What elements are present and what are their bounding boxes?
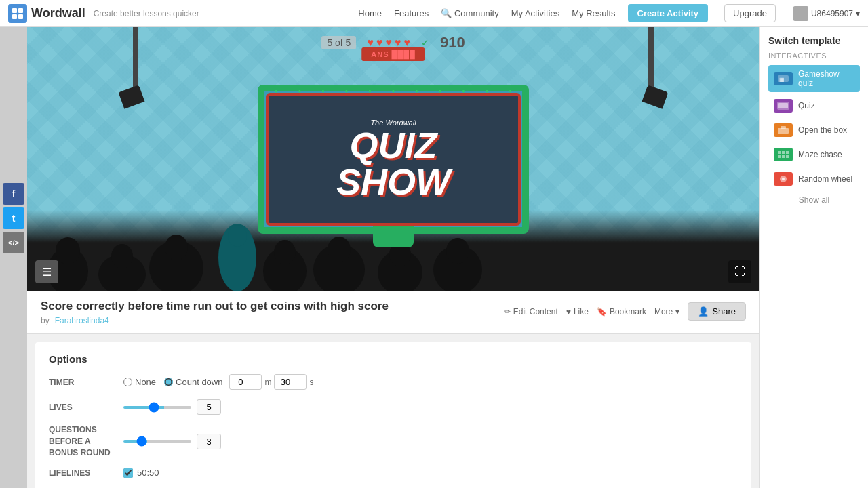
questions-label: QUESTIONS BEFORE A BONUS ROUND bbox=[49, 424, 117, 458]
template-openbox-label: Open the box bbox=[798, 125, 847, 135]
fullscreen-icon: ⛶ bbox=[734, 266, 745, 278]
main-layout: f t </> 5 of 5 ♥ ♥ ♥ ♥ bbox=[0, 27, 868, 488]
facebook-share-button[interactable]: f bbox=[3, 183, 24, 205]
interactives-label: INTERACTIVES bbox=[768, 52, 860, 60]
right-sidebar: Switch template INTERACTIVES ▦ Gameshow … bbox=[760, 27, 868, 488]
logo[interactable]: Wordwall bbox=[8, 4, 85, 23]
svg-rect-23 bbox=[778, 103, 788, 108]
nav-my-results[interactable]: My Results bbox=[572, 8, 615, 18]
lives-slider-container bbox=[123, 399, 221, 415]
like-button[interactable]: ♥ Like bbox=[566, 307, 589, 317]
timer-seconds-input[interactable] bbox=[274, 374, 307, 390]
wheel-icon bbox=[774, 172, 793, 186]
twitter-share-button[interactable]: t bbox=[3, 207, 24, 229]
timer-label: TIMER bbox=[49, 378, 117, 387]
username: U86495907 bbox=[811, 9, 853, 18]
lives-label: LIVES bbox=[49, 403, 117, 412]
facebook-icon: f bbox=[12, 188, 16, 199]
neon-sign: ANS ████ bbox=[361, 47, 425, 61]
template-item-openbox[interactable]: Open the box bbox=[768, 119, 860, 141]
create-activity-button[interactable]: Create Activity bbox=[628, 4, 709, 22]
svg-point-7 bbox=[111, 244, 133, 268]
edit-content-button[interactable]: ✏ Edit Content bbox=[504, 307, 558, 317]
svg-rect-27 bbox=[782, 151, 785, 154]
nav-community[interactable]: 🔍 Community bbox=[441, 8, 498, 18]
show-all-button[interactable]: Show all bbox=[768, 195, 860, 205]
template-item-gameshow[interactable]: ▦ Gameshow quiz bbox=[768, 65, 860, 92]
activity-info: Score correctly before time run out to g… bbox=[27, 291, 760, 334]
edit-icon: ✏ bbox=[504, 307, 511, 317]
switch-template-title: Switch template bbox=[768, 35, 860, 46]
lives-row: LIVES bbox=[49, 399, 738, 415]
lives-value-input[interactable] bbox=[197, 399, 221, 415]
template-quiz-label: Quiz bbox=[798, 101, 815, 110]
more-button[interactable]: More ▾ bbox=[654, 307, 679, 317]
bookmark-icon: 🔖 bbox=[597, 307, 607, 317]
svg-rect-0 bbox=[12, 8, 17, 13]
game-preview-inner[interactable]: 5 of 5 ♥ ♥ ♥ ♥ ♥ ✓ 910 bbox=[27, 27, 760, 291]
author-name[interactable]: Farahroslinda4 bbox=[55, 316, 109, 325]
inner-board: The Wordwall QUIZ SHOW bbox=[266, 93, 521, 226]
share-button[interactable]: 👤 Share bbox=[688, 302, 746, 321]
options-panel: Options TIMER None Count down m bbox=[35, 342, 751, 488]
svg-rect-26 bbox=[778, 151, 781, 154]
logo-text: Wordwall bbox=[31, 6, 85, 20]
lifelines-label: LIFELINES bbox=[49, 468, 117, 478]
template-gameshow-label: Gameshow quiz bbox=[798, 69, 854, 88]
nav-links: Home Features 🔍 Community My Activities … bbox=[358, 4, 860, 22]
timer-minutes-input[interactable] bbox=[229, 374, 262, 390]
svg-point-5 bbox=[56, 237, 80, 264]
time-inputs: m s bbox=[229, 374, 313, 390]
svg-rect-3 bbox=[18, 14, 23, 19]
minutes-unit: m bbox=[264, 378, 271, 387]
timer-countdown-radio[interactable] bbox=[164, 378, 173, 386]
template-maze-label: Maze chase bbox=[798, 150, 842, 159]
game-preview: 5 of 5 ♥ ♥ ♥ ♥ ♥ ✓ 910 bbox=[27, 27, 760, 291]
svg-point-9 bbox=[165, 235, 188, 260]
activity-meta: by Farahroslinda4 bbox=[41, 316, 389, 325]
avatar bbox=[793, 6, 808, 21]
score-counter: 5 of 5 bbox=[321, 36, 356, 49]
lives-slider[interactable] bbox=[123, 406, 191, 409]
nav-features[interactable]: Features bbox=[394, 8, 429, 18]
svg-rect-28 bbox=[786, 151, 789, 154]
questions-slider-container bbox=[123, 434, 221, 449]
user-menu[interactable]: U86495907 ▾ bbox=[793, 6, 860, 21]
timer-countdown-option[interactable]: Count down bbox=[164, 377, 222, 387]
timer-none-option[interactable]: None bbox=[123, 377, 156, 387]
chevron-down-icon: ▾ bbox=[675, 307, 679, 317]
questions-slider[interactable] bbox=[123, 440, 191, 443]
upgrade-button[interactable]: Upgrade bbox=[724, 4, 776, 22]
lifelines-5050-option[interactable]: 50:50 bbox=[123, 468, 159, 478]
embed-button[interactable]: </> bbox=[3, 232, 24, 253]
lifelines-5050-checkbox[interactable] bbox=[123, 468, 133, 478]
score-number: 910 bbox=[440, 34, 465, 52]
bookmark-button[interactable]: 🔖 Bookmark bbox=[597, 307, 646, 317]
heart-icon: ♥ bbox=[566, 307, 571, 317]
content-area: 5 of 5 ♥ ♥ ♥ ♥ ♥ ✓ 910 bbox=[27, 27, 760, 488]
quiz-title-1: QUIZ bbox=[350, 127, 437, 163]
fullscreen-button[interactable]: ⛶ bbox=[728, 260, 751, 283]
timer-radio-group: None Count down bbox=[123, 377, 222, 387]
svg-rect-2 bbox=[12, 14, 17, 19]
maze-icon bbox=[774, 148, 793, 161]
quiz-board: ●●●●●●●●●●● The Wordwall QUIZ SHOW bbox=[258, 85, 529, 261]
nav-home[interactable]: Home bbox=[358, 8, 382, 18]
activity-actions: ✏ Edit Content ♥ Like 🔖 Bookmark More bbox=[504, 307, 680, 317]
gameshow-icon: ▦ bbox=[774, 72, 793, 85]
tagline: Create better lessons quicker bbox=[94, 9, 199, 18]
questions-value-input[interactable] bbox=[197, 434, 221, 449]
template-item-maze[interactable]: Maze chase bbox=[768, 144, 860, 165]
menu-button[interactable]: ☰ bbox=[35, 260, 58, 283]
openbox-icon bbox=[774, 123, 793, 137]
timer-none-radio[interactable] bbox=[123, 378, 132, 386]
template-wheel-label: Random wheel bbox=[798, 174, 852, 184]
nav-my-activities[interactable]: My Activities bbox=[511, 8, 560, 18]
template-item-quiz[interactable]: Quiz bbox=[768, 95, 860, 117]
navbar: Wordwall Create better lessons quicker H… bbox=[0, 0, 868, 27]
lifelines-row: LIFELINES 50:50 bbox=[49, 468, 738, 478]
embed-icon: </> bbox=[8, 239, 19, 247]
by-label: by bbox=[41, 316, 50, 325]
template-item-wheel[interactable]: Random wheel bbox=[768, 168, 860, 190]
svg-point-11 bbox=[228, 225, 247, 247]
